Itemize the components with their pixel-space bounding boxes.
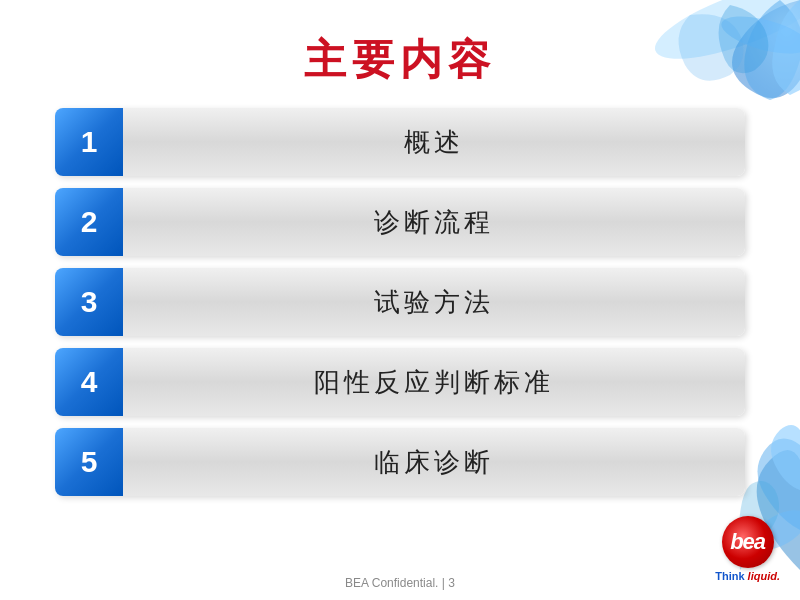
- menu-number-5: 5: [55, 428, 123, 496]
- content-area: 1概述2诊断流程3试验方法4阳性反应判断标准5临床诊断: [0, 108, 800, 496]
- menu-number-2: 2: [55, 188, 123, 256]
- bea-logo-text: bea: [730, 529, 765, 555]
- footer: BEA Confidential. | 3: [0, 576, 800, 590]
- menu-number-4: 4: [55, 348, 123, 416]
- menu-label-1: 概述: [123, 108, 745, 176]
- menu-item-1[interactable]: 1概述: [55, 108, 745, 176]
- think-text: Think: [715, 570, 747, 582]
- menu-item-3[interactable]: 3试验方法: [55, 268, 745, 336]
- bea-logo-circle: bea: [722, 516, 774, 568]
- bea-tagline: Think liquid.: [715, 570, 780, 582]
- menu-label-3: 试验方法: [123, 268, 745, 336]
- page-title: 主要内容: [0, 0, 800, 108]
- menu-item-5[interactable]: 5临床诊断: [55, 428, 745, 496]
- menu-number-3: 3: [55, 268, 123, 336]
- menu-item-2[interactable]: 2诊断流程: [55, 188, 745, 256]
- footer-text: BEA Confidential. | 3: [345, 576, 455, 590]
- liquid-text: liquid.: [748, 570, 780, 582]
- menu-number-1: 1: [55, 108, 123, 176]
- menu-label-4: 阳性反应判断标准: [123, 348, 745, 416]
- menu-item-4[interactable]: 4阳性反应判断标准: [55, 348, 745, 416]
- bea-logo: bea Think liquid.: [715, 516, 780, 582]
- menu-label-5: 临床诊断: [123, 428, 745, 496]
- menu-label-2: 诊断流程: [123, 188, 745, 256]
